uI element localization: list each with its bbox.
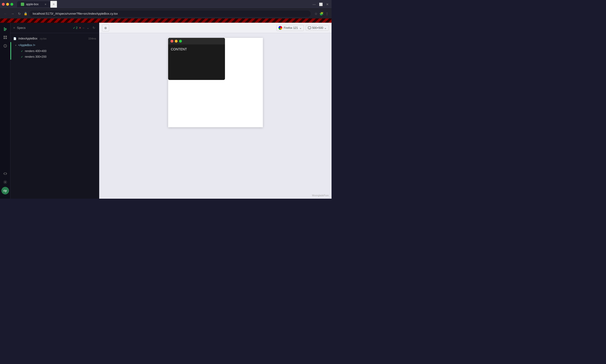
browser-name: Firefox 121 <box>284 26 298 30</box>
pending-indicator: – <box>83 26 84 30</box>
back-button[interactable]: ← <box>3 11 8 16</box>
svg-rect-0 <box>4 27 5 28</box>
fail-indicator: ✕ <box>79 26 81 30</box>
test-item-2[interactable]: ✓ renders 300×200 <box>12 54 99 60</box>
svg-rect-4 <box>3 36 5 37</box>
svg-rect-5 <box>5 36 7 37</box>
sidebar-icons: cy <box>0 23 10 199</box>
address-input[interactable] <box>29 10 311 17</box>
apple-box-titlebar <box>168 38 225 44</box>
main-layout: cy ≡ Specs ✓ 2 ✕ – ⌄ ↻ <box>0 23 331 199</box>
browser-dropdown-icon: ⌄ <box>299 26 302 30</box>
tab-bar: apple-box ✕ + <box>17 1 310 8</box>
cypress-logo: cy <box>1 187 9 195</box>
expand-icon[interactable]: ⌄ <box>86 26 90 30</box>
svg-rect-3 <box>4 30 6 31</box>
svg-rect-2 <box>4 29 7 30</box>
close-window-button[interactable]: ✕ <box>325 2 330 7</box>
svg-rect-7 <box>5 38 7 39</box>
viewport-selector[interactable]: 500×500 ⌄ <box>306 25 329 31</box>
tab-close-icon[interactable]: ✕ <box>44 3 46 6</box>
minimize-button[interactable] <box>6 3 9 6</box>
svg-point-10 <box>5 46 5 47</box>
browser-icon <box>278 26 282 30</box>
file-duration: 154ms <box>88 37 96 40</box>
menu-icon[interactable]: ⋮ <box>325 12 329 16</box>
address-bar: ← → ↻ 🔒 ☆ 🧩 ⋮ <box>0 9 331 18</box>
specs-header: ≡ Specs ✓ 2 ✕ – ⌄ ↻ <box>10 23 99 33</box>
viewport-dropdown-icon: ⌄ <box>324 26 327 30</box>
file-item[interactable]: 📄 indexAppleBox .cy.tsx 154ms <box>10 35 99 42</box>
maximize-button[interactable] <box>10 3 13 6</box>
tab-favicon <box>21 3 24 6</box>
test-pass-icon-1: ✓ <box>21 50 23 53</box>
svg-rect-12 <box>308 27 311 29</box>
preview-toolbar-right: Firefox 121 ⌄ 500×500 ⌄ <box>276 25 329 31</box>
chevron-down-icon: ▾ <box>15 44 16 47</box>
active-tab[interactable]: apple-box ✕ <box>17 1 50 7</box>
preview-rest <box>168 80 263 127</box>
suite-header[interactable]: ▾ <AppleBox /> <box>12 42 99 48</box>
svg-rect-6 <box>3 38 5 39</box>
viewport-size: 500×500 <box>312 26 323 30</box>
watermark: MoongladePure <box>312 194 329 197</box>
checkmark-icon: ✓ <box>73 26 75 30</box>
specs-menu-icon: ≡ <box>13 26 15 30</box>
tab-title: apple-box <box>26 3 39 6</box>
close-button[interactable] <box>2 3 5 6</box>
traffic-light-green <box>179 40 182 43</box>
traffic-light-yellow <box>175 40 178 43</box>
preview-frame: CONTENT <box>168 38 263 127</box>
preview-content: CONTENT <box>99 33 331 199</box>
file-icon: 📄 <box>13 37 17 40</box>
file-name: indexAppleBox <box>18 37 37 40</box>
danger-stripe <box>0 18 331 23</box>
test-label-2: renders 300×200 <box>25 55 46 58</box>
file-list: 📄 indexAppleBox .cy.tsx 154ms ▾ <AppleBo… <box>10 33 99 62</box>
refresh-button[interactable]: ↻ <box>17 11 22 16</box>
window-controls <box>2 3 13 6</box>
test-label-1: renders 400×400 <box>25 50 46 53</box>
pass-number: 2 <box>76 26 78 30</box>
pass-count: ✓ 2 <box>73 26 78 30</box>
reload-icon[interactable]: ↻ <box>92 26 96 30</box>
forward-button[interactable]: → <box>10 11 15 16</box>
sidebar-item-debug[interactable] <box>1 42 9 50</box>
apple-box-content: CONTENT <box>168 44 225 80</box>
apple-box-text: CONTENT <box>171 47 187 51</box>
browser-selector[interactable]: Firefox 121 ⌄ <box>276 25 304 31</box>
test-suite: ▾ <AppleBox /> ✓ renders 400×400 ✓ rende… <box>10 42 99 60</box>
restore-window-button[interactable]: ⬜ <box>318 2 324 7</box>
sidebar-item-settings[interactable] <box>1 178 9 186</box>
apple-box-component: CONTENT <box>168 38 225 80</box>
extensions-icon[interactable]: 🧩 <box>319 12 323 16</box>
minimize-window-button[interactable]: — <box>312 2 317 7</box>
bookmark-icon[interactable]: ☆ <box>315 12 317 16</box>
specs-title: Specs <box>17 26 26 30</box>
test-pass-icon-2: ✓ <box>21 55 23 58</box>
svg-point-11 <box>4 182 6 183</box>
security-icon: 🔒 <box>24 12 28 15</box>
preview-toolbar: ⊕ Firefox 121 ⌄ 500×500 ⌄ <box>99 23 331 33</box>
sidebar-item-runs[interactable] <box>1 34 9 41</box>
traffic-light-red <box>170 40 173 43</box>
sidebar-item-specs[interactable] <box>1 25 9 33</box>
test-item-1[interactable]: ✓ renders 400×400 <box>12 48 99 54</box>
sidebar-item-command-palette[interactable] <box>1 170 9 177</box>
file-ext: .cy.tsx <box>39 37 46 40</box>
suite-name: <AppleBox /> <box>18 43 35 47</box>
crosshair-button[interactable]: ⊕ <box>102 24 109 31</box>
title-bar: apple-box ✕ + — ⬜ ✕ <box>0 0 331 9</box>
new-tab-button[interactable]: + <box>50 1 57 8</box>
specs-header-right: ✓ 2 ✕ – ⌄ ↻ <box>73 26 96 30</box>
specs-panel: ≡ Specs ✓ 2 ✕ – ⌄ ↻ 📄 indexAppleBox <box>10 23 99 199</box>
toolbar-right: ☆ 🧩 ⋮ <box>315 12 329 16</box>
preview-area: ⊕ Firefox 121 ⌄ 500×500 ⌄ <box>99 23 331 199</box>
svg-rect-1 <box>4 28 7 29</box>
